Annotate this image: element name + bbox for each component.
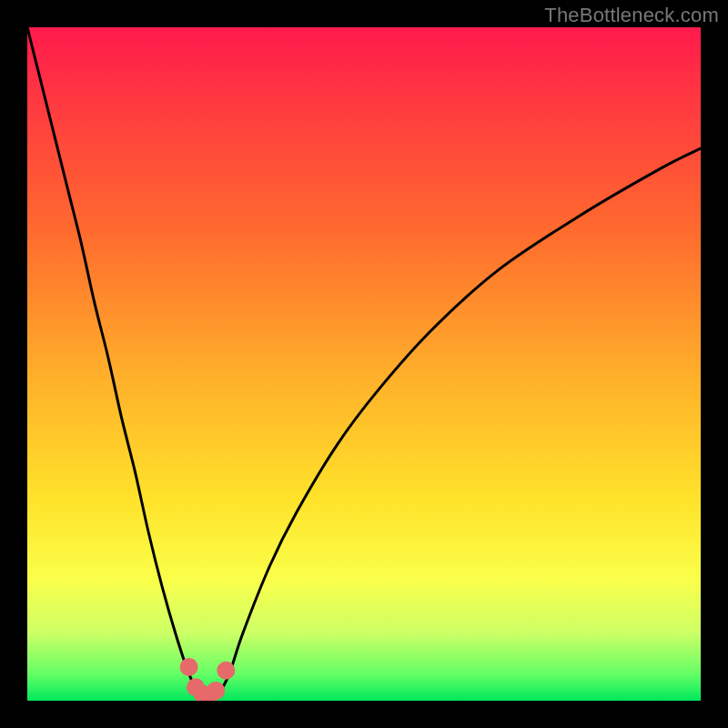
curve-marker [217,662,235,680]
chart-svg [27,27,701,701]
bottleneck-curve [27,27,701,697]
watermark-text: TheBottleneck.com [544,4,719,27]
chart-plot-area [27,27,701,701]
chart-frame: TheBottleneck.com [0,0,728,728]
curve-markers [180,658,236,701]
curve-marker [180,658,198,676]
curve-marker [207,682,225,700]
